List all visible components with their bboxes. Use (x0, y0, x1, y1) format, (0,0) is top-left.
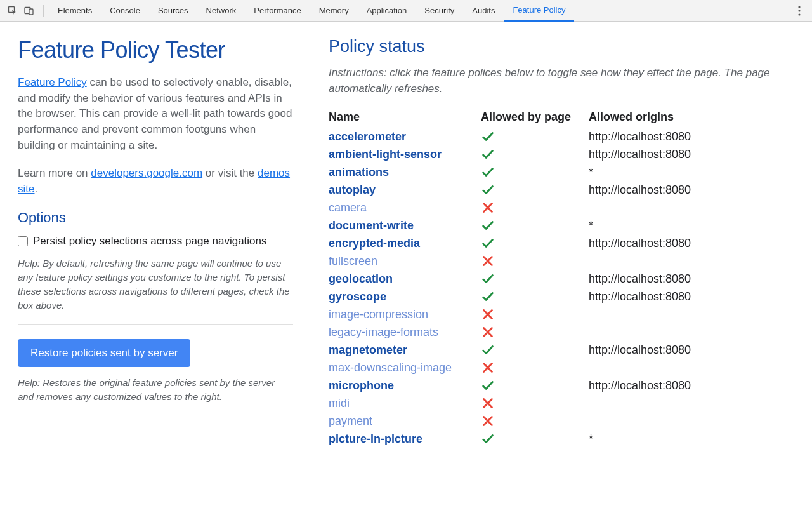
devtools-tabs: ElementsConsoleSourcesNetworkPerformance… (49, 0, 792, 22)
policy-row: fullscreen (329, 252, 797, 270)
allowed-origins: * (589, 432, 797, 446)
cross-icon (481, 254, 589, 268)
check-icon (481, 165, 589, 179)
policy-toggle-image-compression[interactable]: image-compression (329, 308, 428, 321)
check-icon (481, 343, 589, 357)
check-icon (481, 432, 589, 446)
tab-console[interactable]: Console (101, 0, 149, 22)
persist-checkbox[interactable] (18, 236, 28, 246)
learn-more-text: Learn more on developers.google.com or v… (18, 166, 293, 197)
svg-point-3 (798, 6, 800, 8)
header-allowed: Allowed by page (481, 110, 589, 124)
policy-toggle-max-downscaling-image[interactable]: max-downscaling-image (329, 361, 452, 374)
policy-toggle-animations[interactable]: animations (329, 166, 389, 178)
check-icon (481, 147, 589, 161)
policy-toggle-magnetometer[interactable]: magnetometer (329, 344, 407, 356)
learn-middle: or visit the (202, 167, 258, 179)
policy-toggle-document-write[interactable]: document-write (329, 219, 414, 232)
policy-row: microphonehttp://localhost:8080 (329, 377, 797, 394)
policy-row: accelerometerhttp://localhost:8080 (329, 128, 797, 145)
policy-row: magnetometerhttp://localhost:8080 (329, 341, 797, 359)
tab-feature-policy[interactable]: Feature Policy (504, 0, 574, 22)
allowed-origins: http://localhost:8080 (589, 379, 797, 392)
instructions-text: Instructions: click the feature polices … (329, 65, 797, 97)
policy-row: image-compression (329, 305, 797, 323)
tab-audits[interactable]: Audits (463, 0, 504, 22)
check-icon (481, 218, 589, 232)
policy-toggle-legacy-image-formats[interactable]: legacy-image-formats (329, 326, 438, 338)
allowed-origins: http://localhost:8080 (589, 184, 797, 197)
policy-row: gyroscopehttp://localhost:8080 (329, 288, 797, 305)
policy-toggle-microphone[interactable]: microphone (329, 379, 394, 392)
allowed-origins: http://localhost:8080 (589, 344, 797, 357)
policy-row: picture-in-picture* (329, 430, 797, 448)
check-icon (481, 290, 589, 304)
left-panel: Feature Policy Tester Feature Policy can… (0, 22, 311, 508)
svg-point-4 (798, 10, 800, 11)
policy-toggle-geolocation[interactable]: geolocation (329, 272, 393, 285)
svg-point-5 (798, 13, 800, 15)
policy-table: Name Allowed by page Allowed origins acc… (329, 110, 797, 448)
inspect-icon[interactable] (5, 3, 20, 18)
learn-prefix: Learn more on (18, 167, 91, 179)
allowed-origins: http://localhost:8080 (589, 148, 797, 161)
cross-icon (481, 396, 589, 410)
policy-row: camera (329, 199, 797, 217)
policy-toggle-picture-in-picture[interactable]: picture-in-picture (329, 432, 422, 445)
options-heading: Options (18, 210, 293, 226)
tab-elements[interactable]: Elements (49, 0, 101, 22)
svg-rect-2 (29, 9, 33, 15)
tab-application[interactable]: Application (358, 0, 416, 22)
tab-network[interactable]: Network (197, 0, 246, 22)
feature-policy-link[interactable]: Feature Policy (18, 76, 87, 88)
restore-button[interactable]: Restore policies sent by server (18, 339, 190, 367)
device-toggle-icon[interactable] (22, 3, 37, 18)
policy-row: encrypted-mediahttp://localhost:8080 (329, 234, 797, 252)
policy-row: max-downscaling-image (329, 359, 797, 377)
allowed-origins: http://localhost:8080 (589, 237, 797, 250)
persist-label[interactable]: Persist policy selections across page na… (33, 235, 267, 248)
learn-suffix: . (34, 183, 37, 195)
cross-icon (481, 361, 589, 375)
separator (18, 324, 293, 325)
toolbar-divider (43, 5, 44, 17)
policy-toggle-gyroscope[interactable]: gyroscope (329, 290, 386, 303)
policy-toggle-fullscreen[interactable]: fullscreen (329, 255, 377, 267)
more-menu-icon[interactable] (792, 6, 807, 16)
policy-row: autoplayhttp://localhost:8080 (329, 181, 797, 199)
check-icon (481, 183, 589, 197)
tab-sources[interactable]: Sources (149, 0, 197, 22)
check-icon (481, 236, 589, 250)
cross-icon (481, 201, 589, 215)
policy-row: ambient-light-sensorhttp://localhost:808… (329, 145, 797, 163)
cross-icon (481, 414, 589, 428)
allowed-origins: * (589, 219, 797, 232)
policy-toggle-encrypted-media[interactable]: encrypted-media (329, 237, 420, 250)
policy-toggle-camera[interactable]: camera (329, 201, 367, 214)
header-name: Name (329, 110, 481, 124)
allowed-origins: http://localhost:8080 (589, 272, 797, 286)
cross-icon (481, 307, 589, 321)
policy-toggle-autoplay[interactable]: autoplay (329, 184, 376, 196)
policy-row: payment (329, 412, 797, 430)
tab-memory[interactable]: Memory (310, 0, 358, 22)
header-origins: Allowed origins (589, 110, 797, 124)
policy-row: geolocationhttp://localhost:8080 (329, 270, 797, 288)
tab-performance[interactable]: Performance (245, 0, 310, 22)
page-title: Feature Policy Tester (18, 37, 293, 64)
allowed-origins: * (589, 166, 797, 179)
table-header-row: Name Allowed by page Allowed origins (329, 110, 797, 124)
cross-icon (481, 325, 589, 339)
check-icon (481, 272, 589, 286)
policy-row: legacy-image-formats (329, 323, 797, 341)
policy-toggle-accelerometer[interactable]: accelerometer (329, 130, 406, 143)
check-icon (481, 378, 589, 392)
developers-link[interactable]: developers.google.com (91, 167, 202, 179)
policy-toggle-payment[interactable]: payment (329, 415, 372, 427)
policy-toggle-midi[interactable]: midi (329, 397, 350, 410)
policy-row: midi (329, 394, 797, 412)
policy-toggle-ambient-light-sensor[interactable]: ambient-light-sensor (329, 148, 442, 161)
persist-help-text: Help: By default, refreshing the same pa… (18, 257, 293, 312)
tab-security[interactable]: Security (416, 0, 463, 22)
policy-row: document-write* (329, 217, 797, 234)
